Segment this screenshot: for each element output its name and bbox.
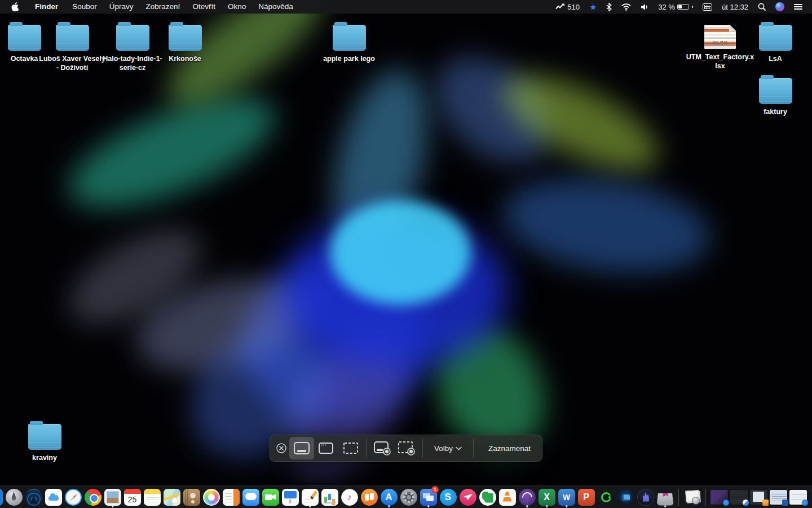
dock-item-trash[interactable] <box>809 487 812 507</box>
dock-item-calculator-notepad-app[interactable] <box>222 487 240 507</box>
menu-upravy[interactable]: Úpravy <box>103 0 140 14</box>
dock-item-minimized-window-dark-1[interactable] <box>730 487 748 507</box>
dock-item-airmail[interactable] <box>459 487 476 507</box>
dock-item-chrome[interactable] <box>84 487 102 507</box>
dock-item-app-store[interactable] <box>380 487 398 507</box>
spotlight-status-item[interactable] <box>755 0 769 14</box>
close-toolbar-button[interactable] <box>273 443 289 453</box>
capture-window-button[interactable] <box>314 437 338 459</box>
stocks-status-item[interactable]: 510 <box>553 0 582 14</box>
chrome-icon <box>85 489 102 506</box>
dock-item-pages[interactable] <box>301 487 319 507</box>
dock-item-notes[interactable] <box>143 487 161 507</box>
bluetooth-status-item[interactable] <box>603 0 615 14</box>
dock-item-minimized-window-appstore[interactable] <box>710 487 728 507</box>
desktop-wallpaper <box>0 0 812 508</box>
desktop-icon-lsa[interactable]: LsA <box>740 21 810 64</box>
dock-item-photos[interactable] <box>202 487 220 507</box>
dock-separator <box>705 489 706 506</box>
dock-item-vlc[interactable] <box>498 487 516 507</box>
desktop-icon-faktury[interactable]: faktury <box>740 75 810 117</box>
star-icon: ★ <box>589 3 597 11</box>
notification-badge: 1 <box>431 486 439 493</box>
capture-record-button[interactable]: Zaznamenat <box>477 435 542 461</box>
notification-center-status-item[interactable] <box>791 0 805 14</box>
minimized-window-doc-2-icon <box>789 490 807 505</box>
running-indicator <box>664 505 667 507</box>
dock-item-messages[interactable] <box>242 487 259 507</box>
dock-item-screen-share-app[interactable]: 1 <box>420 487 437 507</box>
desktop-icon-kraviny[interactable]: kraviny <box>10 421 80 463</box>
dock-item-maps[interactable] <box>163 487 180 507</box>
dock-item-icloud-drive[interactable] <box>45 487 62 507</box>
toolbar-divider <box>422 439 423 458</box>
dock-item-system-preferences[interactable] <box>400 487 417 507</box>
apple-logo-icon <box>11 2 19 11</box>
desktop-icon-krkonose[interactable]: Krkonoše <box>150 21 220 64</box>
volume-status-item[interactable] <box>638 0 651 14</box>
dock-item-keynote[interactable] <box>281 487 299 507</box>
wifi-status-item[interactable] <box>619 0 634 14</box>
dock-item-finder[interactable] <box>0 487 3 507</box>
dock-item-itunes[interactable] <box>341 487 358 507</box>
apple-menu[interactable] <box>0 2 29 11</box>
word-icon <box>558 489 575 506</box>
record-label: Zaznamenat <box>488 444 531 453</box>
capture-window-icon <box>318 441 334 455</box>
dock-item-minimized-window-doc-1[interactable] <box>770 487 787 507</box>
siri-status-item[interactable] <box>773 0 787 14</box>
dock-item-word[interactable] <box>558 487 575 507</box>
dock-item-green-ring-app[interactable] <box>597 487 615 507</box>
skype-icon <box>440 489 457 506</box>
capture-entire-screen-button[interactable] <box>289 437 314 459</box>
dock-item-preview[interactable] <box>104 487 121 507</box>
keynote-icon <box>282 489 299 506</box>
running-indicator <box>427 505 430 507</box>
menu-zobrazeni[interactable]: Zobrazení <box>140 0 187 14</box>
menu-soubor[interactable]: Soubor <box>66 0 103 14</box>
menu-okno[interactable]: Okno <box>222 0 252 14</box>
capture-selection-button[interactable] <box>338 437 363 459</box>
pages-icon <box>302 489 319 506</box>
dock-item-safari[interactable] <box>64 487 82 507</box>
dock-item-crystal-city-app[interactable] <box>637 487 654 507</box>
dock-item-contacts[interactable] <box>183 487 200 507</box>
dock-item-facetime[interactable] <box>262 487 279 507</box>
dock-item-numbers[interactable] <box>321 487 338 507</box>
dock-item-minimized-window-doc-2[interactable] <box>789 487 807 507</box>
dock-item-pink-star-box-app[interactable] <box>656 487 674 507</box>
dock-item-powerpoint[interactable] <box>577 487 595 507</box>
record-entire-screen-button[interactable] <box>370 437 394 459</box>
launchpad-icon <box>6 489 23 506</box>
dock-item-ibooks[interactable] <box>360 487 378 507</box>
dock-item-robot-app[interactable] <box>617 487 634 507</box>
input-source-status-item[interactable] <box>700 0 715 14</box>
record-selection-button[interactable] <box>395 437 419 459</box>
menu-otevrit[interactable]: Otevřít <box>186 0 222 14</box>
dock-item-launchpad[interactable] <box>5 487 23 507</box>
dock-item-bittorrent[interactable] <box>518 487 536 507</box>
desktop-icon-lubos-xaver[interactable]: Luboš Xaver Veselý - Doživotí <box>37 21 107 72</box>
menubar-app-name[interactable]: Finder <box>29 0 66 14</box>
dock-item-blue-rings-app[interactable] <box>25 487 42 507</box>
desktop-icon-apple-park-lego[interactable]: apple park lego <box>314 21 384 64</box>
menu-napoveda[interactable]: Nápověda <box>252 0 299 14</box>
folder-icon <box>28 424 61 450</box>
siri-icon <box>775 2 784 11</box>
clock-status-item[interactable]: út 12:32 <box>719 0 751 14</box>
battery-percent: 32 % <box>658 3 675 11</box>
folder-icon <box>759 25 792 51</box>
dock-item-evernote[interactable] <box>479 487 496 507</box>
screenshot-toolbar: Volby Zaznamenat <box>270 435 542 462</box>
toolbar-divider <box>366 439 367 458</box>
star-status-item[interactable]: ★ <box>586 0 599 14</box>
dock-item-calendar[interactable]: 25 <box>123 487 141 507</box>
battery-status-item[interactable]: 32 % <box>655 0 696 14</box>
dock-item-excel[interactable] <box>538 487 555 507</box>
icloud-drive-icon <box>45 489 62 506</box>
dock-item-photo-stack[interactable] <box>683 487 701 507</box>
dock-item-minimized-window-dark-2[interactable] <box>750 487 767 507</box>
folder-icon <box>169 25 202 51</box>
options-dropdown[interactable]: Volby <box>426 437 470 459</box>
dock-item-skype[interactable] <box>439 487 457 507</box>
